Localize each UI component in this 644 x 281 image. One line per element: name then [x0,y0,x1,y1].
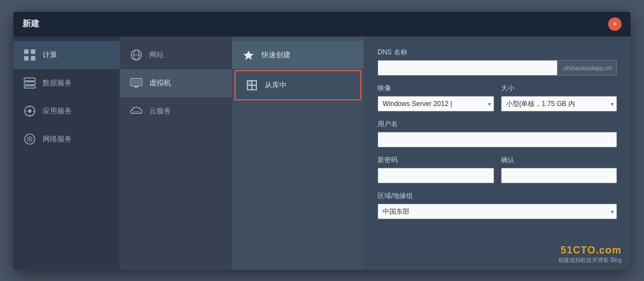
sidebar-label-app-service: 应用服务 [43,106,72,116]
right-label-from-library: 从库中 [265,80,287,90]
mid-label-cloud-service: 云服务 [149,106,171,116]
region-label: 区域/地缘组 [378,191,617,201]
network-service-icon [22,132,37,146]
new-password-input[interactable] [378,168,494,183]
confirm-input[interactable] [501,168,618,183]
data-service-icon [22,76,37,90]
website-icon [129,48,144,62]
mid-label-vm: 虚拟机 [149,78,171,88]
cloud-service-icon [129,104,144,118]
app-service-icon [22,104,37,118]
watermark-sub: 创建虚拟机技术博客 Blog [558,256,622,264]
dns-label: DNS 名称 [378,48,617,57]
quick-create-icon [241,48,256,62]
size-select-wrapper: 小型(单核，1.75 GB 内 ▾ [501,96,618,112]
right-item-quick-create[interactable]: 快速创建 [232,41,364,69]
svg-rect-30 [247,81,252,85]
vm-icon [129,76,144,90]
svg-point-23 [134,111,135,112]
svg-rect-5 [24,82,35,85]
svg-rect-4 [24,78,35,81]
svg-rect-0 [24,49,29,54]
password-row: 新密码 确认 [378,155,617,191]
size-form-group: 大小 小型(单核，1.75 GB 内 ▾ [501,84,618,112]
region-select-wrapper: 中国东部 ▾ [378,204,617,219]
close-button[interactable]: × [608,17,622,31]
image-select-wrapper: Windows Server 2012 | ▾ [378,96,494,112]
sidebar-label-data-service: 数据服务 [43,78,72,88]
svg-marker-26 [243,50,254,60]
svg-point-24 [136,111,137,112]
image-label: 映像 [378,84,494,93]
region-form-group: 区域/地缘组 中国东部 ▾ [378,191,617,219]
mid-label-website: 网站 [149,50,164,60]
sidebar: 计算 数据服务 [13,36,120,270]
svg-rect-20 [132,80,141,85]
size-label: 大小 [501,84,618,93]
region-select[interactable]: 中国东部 [378,204,617,219]
svg-point-15 [29,138,31,140]
confirm-form-group: 确认 [501,155,618,183]
from-library-icon [245,78,259,93]
username-form-group: 用户名 [378,119,617,148]
dns-suffix: .chinacloudapp.cn [558,60,617,76]
mid-item-vm[interactable]: 虚拟机 [120,69,232,97]
dialog-body: 计算 数据服务 [13,36,631,270]
image-size-row: 映像 Windows Server 2012 | ▾ 大小 小型(单核，1.75… [378,84,617,119]
svg-rect-6 [24,86,35,88]
right-label-quick-create: 快速创建 [261,50,291,60]
dns-input[interactable] [378,60,558,76]
form-area: DNS 名称 .chinacloudapp.cn 映像 Windows Serv… [364,36,631,270]
right-item-from-library[interactable]: 从库中 [234,70,361,100]
sidebar-item-data-service[interactable]: 数据服务 [13,69,119,97]
svg-rect-1 [31,49,35,54]
compute-icon [22,48,37,62]
size-select[interactable]: 小型(单核，1.75 GB 内 [501,96,618,112]
confirm-label: 确认 [501,155,618,165]
svg-point-8 [28,109,31,113]
svg-point-25 [138,111,139,112]
sidebar-item-network-service[interactable]: 网络服务 [13,125,119,153]
sidebar-item-compute[interactable]: 计算 [13,41,119,69]
mid-item-cloud-service[interactable]: 云服务 [120,97,232,125]
sidebar-label-network-service: 网络服务 [43,134,72,144]
username-label: 用户名 [378,119,617,129]
image-form-group: 映像 Windows Server 2012 | ▾ [378,84,494,112]
sidebar-item-app-service[interactable]: 应用服务 [13,97,119,125]
new-password-form-group: 新密码 [378,155,494,183]
image-select[interactable]: Windows Server 2012 | [378,96,494,112]
username-input[interactable] [378,132,617,148]
mid-item-website[interactable]: 网站 [120,41,232,69]
watermark: 51CTO.com 创建虚拟机技术博客 Blog [558,245,622,264]
svg-rect-2 [24,56,29,61]
sidebar-label-compute: 计算 [43,50,57,60]
dialog-title: 新建 [22,19,39,29]
dns-form-group: DNS 名称 .chinacloudapp.cn [378,48,617,76]
watermark-main: 51CTO.com [558,245,622,256]
svg-rect-3 [31,56,35,61]
dns-row: .chinacloudapp.cn [378,60,617,76]
right-column: 快速创建 从库中 [232,36,364,270]
mid-column: 网站 虚拟机 [120,36,232,270]
new-dialog: 新建 × 计算 [13,12,631,270]
new-password-label: 新密码 [378,155,494,165]
dialog-header: 新建 × [13,12,631,36]
